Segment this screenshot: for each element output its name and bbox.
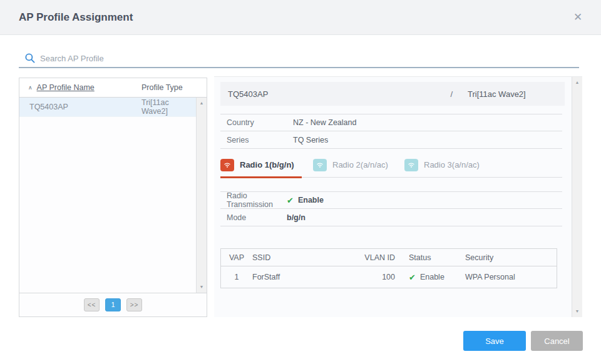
close-icon[interactable]: ✕: [568, 0, 587, 35]
detail-header-separator: /: [450, 89, 453, 99]
security-column-header: Security: [465, 253, 557, 262]
pagination: << 1 >>: [19, 293, 207, 316]
tab-radio-2[interactable]: Radio 2(a/n/ac): [313, 156, 404, 177]
vap-column-header: VAP: [221, 253, 252, 262]
radio-transmission-value: Enable: [298, 196, 324, 205]
dialog-title: AP Profile Assignment: [19, 0, 133, 35]
ssid-column-header: SSID: [252, 253, 343, 262]
dialog-header: AP Profile Assignment ✕: [0, 0, 601, 35]
column-header-ap-profile-name[interactable]: AP Profile Name: [37, 83, 95, 92]
wifi-icon: [220, 159, 234, 171]
check-icon: ✔: [409, 273, 416, 282]
vap-cell: 1: [221, 273, 252, 281]
pagination-page-1-button[interactable]: 1: [105, 298, 121, 311]
ssid-cell: ForStaff: [252, 273, 343, 281]
tab-radio-1-label: Radio 1(b/g/n): [240, 160, 294, 169]
detail-panel-scrollbar[interactable]: ▲ ▼: [572, 77, 582, 317]
tab-radio-3[interactable]: Radio 3(a/n/ac): [404, 156, 496, 177]
series-value: TQ Series: [293, 136, 328, 144]
check-icon: ✔: [287, 196, 294, 205]
radio-transmission-row: Radio Transmission ✔ Enable: [220, 191, 562, 209]
mode-row: Mode b/g/n: [220, 209, 562, 226]
column-header-profile-type: Profile Type: [141, 83, 183, 92]
profile-list-row-selected[interactable]: TQ5403AP Tri[11ac Wave2]: [19, 98, 196, 117]
profile-detail-panel: TQ5403AP / Tri[11ac Wave2] Country NZ - …: [214, 76, 582, 317]
search-bar: [19, 49, 579, 68]
save-button[interactable]: Save: [463, 331, 526, 351]
cancel-button[interactable]: Cancel: [531, 331, 583, 351]
search-icon: [24, 53, 36, 66]
scroll-up-icon[interactable]: ▲: [197, 99, 207, 108]
vap-table-row: 1 ForStaff 100 ✔ Enable WPA Personal: [221, 266, 557, 288]
pagination-prev-button[interactable]: <<: [84, 298, 100, 311]
status-text: Enable: [420, 273, 444, 281]
status-column-header: Status: [403, 253, 465, 262]
scroll-down-icon[interactable]: ▼: [197, 283, 207, 291]
wifi-icon: [404, 159, 418, 171]
vap-table-header: VAP SSID VLAN ID Status Security: [221, 249, 557, 266]
detail-profile-type: Tri[11ac Wave2]: [468, 89, 557, 99]
detail-profile-name: TQ5403AP: [228, 89, 450, 99]
profile-type-cell: Tri[11ac Wave2]: [141, 98, 196, 116]
left-list-scrollbar[interactable]: ▲ ▼: [196, 98, 207, 293]
radio-tabs: Radio 1(b/g/n) Radio 2(a/n/ac): [220, 156, 562, 178]
country-label: Country: [220, 118, 293, 127]
status-cell: ✔ Enable: [403, 273, 465, 282]
series-label: Series: [220, 136, 293, 144]
pagination-next-button[interactable]: >>: [126, 298, 142, 311]
wifi-icon: [313, 159, 327, 171]
profile-list-header: ∧ AP Profile Name Profile Type: [19, 78, 207, 98]
vap-table: VAP SSID VLAN ID Status Security 1 ForSt…: [220, 248, 557, 288]
detail-header-band: TQ5403AP / Tri[11ac Wave2]: [220, 82, 565, 106]
tab-radio-2-label: Radio 2(a/n/ac): [332, 160, 388, 169]
detail-info-section: Country NZ - New Zealand Series TQ Serie…: [220, 114, 562, 149]
mode-label: Mode: [220, 213, 287, 222]
radio-settings-section: Radio Transmission ✔ Enable Mode b/g/n: [220, 191, 562, 226]
scroll-up-icon[interactable]: ▲: [572, 78, 582, 87]
profile-name-cell: TQ5403AP: [29, 103, 68, 111]
country-row: Country NZ - New Zealand: [220, 114, 562, 131]
scroll-down-icon[interactable]: ▼: [572, 307, 582, 316]
security-cell: WPA Personal: [465, 273, 557, 281]
profile-list-panel: ∧ AP Profile Name Profile Type TQ5403AP …: [19, 78, 207, 317]
sort-ascending-icon: ∧: [28, 84, 33, 91]
vlan-column-header: VLAN ID: [343, 253, 403, 262]
profile-list-body: TQ5403AP Tri[11ac Wave2] ▲ ▼: [19, 98, 207, 293]
mode-value: b/g/n: [287, 213, 306, 222]
radio-transmission-label: Radio Transmission: [220, 191, 287, 209]
search-input[interactable]: [40, 51, 572, 66]
country-value: NZ - New Zealand: [293, 118, 356, 127]
tab-radio-3-label: Radio 3(a/n/ac): [424, 160, 480, 169]
series-row: Series TQ Series: [220, 131, 562, 149]
tab-radio-1[interactable]: Radio 1(b/g/n): [220, 156, 302, 177]
vlan-cell: 100: [343, 273, 403, 281]
